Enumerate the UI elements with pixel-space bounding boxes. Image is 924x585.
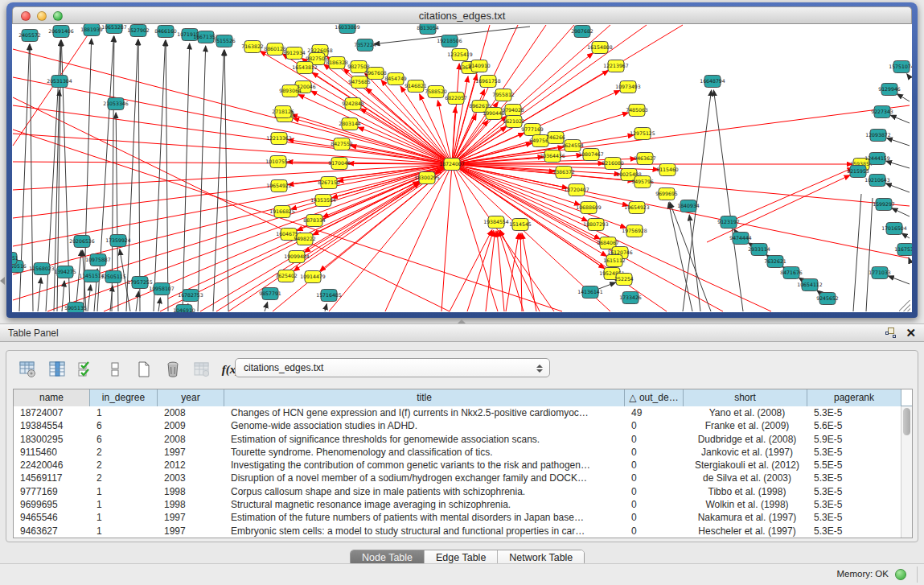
graph-node[interactable]: 7955812 [492, 89, 515, 101]
graph-node[interactable]: 8454749 [384, 73, 407, 85]
graph-node[interactable]: 9115460 [656, 164, 679, 176]
graph-node[interactable]: 3624554 [561, 140, 584, 152]
graph-node[interactable]: 9857791 [259, 288, 281, 300]
graph-node[interactable]: 16033809 [335, 24, 360, 34]
graph-node[interactable]: 8860128 [264, 43, 286, 56]
cell-out_degree[interactable]: 0 [625, 525, 684, 538]
graph-node[interactable]: 16961758 [475, 76, 501, 88]
graph-node[interactable]: 1881939 [80, 24, 103, 36]
float-panel-icon[interactable] [885, 328, 896, 338]
graph-node[interactable]: 10653287 [101, 24, 127, 34]
graph-node[interactable]: 1615112 [603, 255, 626, 267]
close-panel-icon[interactable]: ✕ [906, 327, 916, 339]
graph-node[interactable]: 1840934 [677, 200, 700, 212]
memory-ok-indicator[interactable] [895, 569, 906, 580]
graph-node[interactable]: 5498222 [294, 233, 316, 245]
network-canvas[interactable]: 1872400711191112803144122133638427552101… [12, 24, 912, 312]
graph-node[interactable]: 1990448 [483, 108, 505, 120]
graph-node[interactable]: 14136141 [577, 286, 603, 299]
graph-node[interactable]: 12975125 [630, 128, 655, 140]
cell-in_degree[interactable]: 2 [90, 446, 158, 459]
graph-node[interactable]: 10210643 [864, 175, 890, 187]
table-row[interactable]: 946554611997Estimation of the future num… [14, 511, 912, 524]
graph-node[interactable]: 1621022 [503, 116, 525, 128]
graph-node[interactable]: 8466160 [154, 26, 177, 38]
graph-node[interactable]: 20364436 [540, 150, 565, 163]
graph-node[interactable]: 19654922 [266, 180, 292, 192]
graph-node[interactable]: 10654112 [797, 279, 823, 291]
graph-node[interactable]: 8267150 [318, 177, 340, 189]
graph-node[interactable]: 9123197 [717, 216, 740, 229]
table-row[interactable]: 1938455462009Genome-wide association stu… [14, 419, 912, 432]
panel-collapse-arrow-icon[interactable] [0, 277, 5, 285]
cell-title[interactable]: Embryonic stem cells: a model to study s… [224, 525, 625, 538]
table-row[interactable]: 969969511998Structural magnetic resonanc… [14, 498, 912, 511]
graph-node[interactable]: 9170046 [328, 158, 351, 170]
cell-short[interactable]: Stergiakouli et al. (2012) [684, 459, 807, 472]
graph-node[interactable]: 10975887 [85, 254, 111, 266]
cell-name[interactable]: 9465546 [14, 511, 90, 524]
graph-node[interactable]: 15751074 [889, 61, 912, 73]
graph-node[interactable]: 8215953 [847, 166, 869, 178]
cell-title[interactable]: Disruption of a novel member of a sodium… [224, 472, 625, 484]
graph-node[interactable]: 8813054 [417, 24, 439, 35]
cell-year[interactable]: 1998 [158, 498, 224, 511]
graph-node[interactable]: 7625402 [275, 270, 298, 282]
cell-year[interactable]: 2003 [158, 472, 224, 484]
cell-year[interactable]: 1997 [158, 446, 224, 459]
table-selector-dropdown[interactable]: citations_edges.txt [235, 358, 550, 377]
graph-node[interactable]: 2803144 [339, 118, 361, 130]
network-window-titlebar[interactable]: citations_edges.txt [12, 6, 912, 24]
graph-node[interactable]: 1167534 [894, 244, 912, 256]
graph-node[interactable]: 19756928 [622, 225, 647, 237]
table-row[interactable]: 911546021997Tourette syndrome. Phenomeno… [14, 446, 912, 459]
cell-year[interactable]: 2012 [158, 459, 224, 472]
graph-node[interactable]: 12213363 [266, 133, 292, 145]
cell-name[interactable]: 22420046 [14, 459, 90, 472]
table-mode-icon[interactable] [18, 359, 39, 380]
cell-name[interactable]: 9777169 [14, 485, 90, 498]
cell-title[interactable]: Estimation of the future numbers of pati… [224, 511, 625, 524]
graph-node[interactable]: 9827508 [347, 61, 370, 73]
graph-node[interactable]: 16648794 [700, 76, 725, 88]
cell-pagerank[interactable]: 5.3E-5 [807, 498, 901, 511]
graph-node[interactable]: 18720407 [564, 184, 589, 196]
table-row[interactable]: 977716911998Corpus callosum shape and si… [14, 485, 912, 498]
graph-node[interactable]: 9227343 [871, 106, 893, 118]
cell-pagerank[interactable]: 5.3E-5 [807, 485, 901, 498]
cell-out_degree[interactable]: 49 [625, 406, 684, 419]
graph-node[interactable]: 9140910 [468, 60, 491, 72]
cell-out_degree[interactable]: 0 [625, 472, 684, 484]
cell-name[interactable]: 18300295 [14, 433, 90, 446]
table-row[interactable]: 946362711997Embryonic stem cells: a mode… [14, 525, 912, 538]
graph-node[interactable]: 12505115 [101, 271, 126, 283]
column-header-name[interactable]: name [14, 389, 90, 406]
column-header-in_degree[interactable]: in_degree [90, 389, 158, 406]
column-header-pagerank[interactable]: pagerank [807, 389, 901, 406]
cell-year[interactable]: 2008 [158, 406, 224, 419]
select-all-columns-icon[interactable] [76, 359, 97, 380]
cell-in_degree[interactable]: 2 [90, 459, 158, 472]
graph-node[interactable]: 19654923 [624, 202, 650, 214]
graph-node[interactable]: 2987682 [571, 26, 593, 38]
graph-node[interactable]: 746266 [546, 132, 565, 144]
graph-node[interactable]: 252254 [614, 274, 634, 286]
cell-name[interactable]: 9463627 [14, 525, 90, 538]
cell-short[interactable]: Wolkin et al. (1998) [684, 498, 807, 511]
cell-year[interactable]: 1998 [158, 485, 224, 498]
graph-node[interactable]: 9475685 [348, 76, 371, 89]
cell-pagerank[interactable]: 5.6E-5 [807, 419, 901, 432]
window-resize-grip[interactable] [899, 300, 910, 311]
table-row[interactable]: 1872400712008Changes of HCN gene express… [14, 406, 912, 419]
graph-node[interactable]: 20206536 [69, 236, 95, 248]
cell-in_degree[interactable]: 1 [90, 498, 158, 511]
graph-node[interactable]: 9794028 [502, 105, 524, 117]
graph-node[interactable]: 19384554 [483, 216, 509, 229]
import-table-icon[interactable] [191, 359, 212, 380]
table-row[interactable]: 1830029562008Estimation of significance … [14, 433, 912, 446]
delete-columns-icon[interactable] [162, 359, 183, 380]
cell-year[interactable]: 2008 [158, 433, 224, 446]
cell-short[interactable]: Nakamura et al. (1997) [684, 511, 807, 524]
cell-out_degree[interactable]: 0 [625, 498, 684, 511]
cell-title[interactable]: Estimation of significance thresholds fo… [224, 433, 625, 446]
